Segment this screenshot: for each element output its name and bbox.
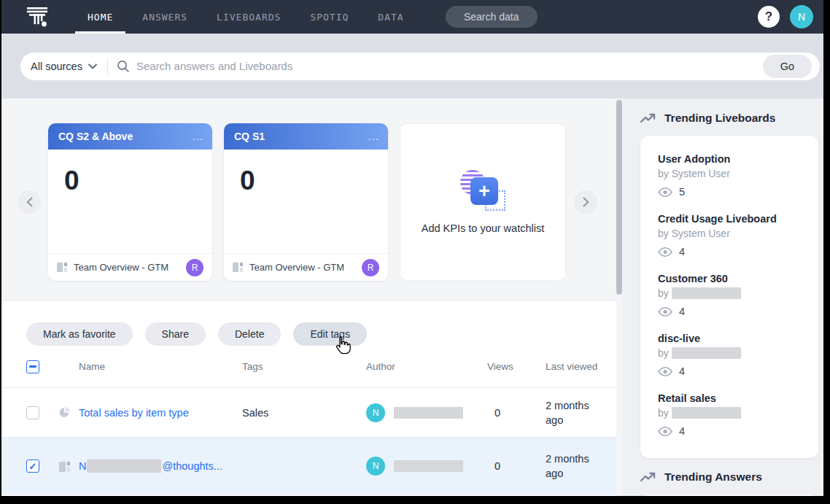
- item-last-viewed: 2 months ago: [546, 451, 597, 481]
- row-checkbox-checked[interactable]: ✓: [26, 460, 39, 473]
- delete-button[interactable]: Delete: [218, 322, 281, 346]
- kpi-cards-row: CQ S2 & Above ... 0 Team Overview - GTM …: [48, 123, 566, 281]
- items-list-section: Mark as favorite Share Delete Edit tags …: [1, 301, 616, 496]
- trending-item-views: 5: [658, 186, 818, 198]
- eye-icon: [658, 247, 672, 257]
- kpi-value: 0: [48, 150, 212, 253]
- carousel-prev-button[interactable]: [18, 190, 41, 214]
- kpi-card-menu-icon[interactable]: ...: [192, 134, 203, 139]
- nav-tab-data[interactable]: DATA: [365, 0, 416, 34]
- trending-item-views: 4: [658, 425, 818, 437]
- column-header-name[interactable]: Name: [79, 361, 242, 372]
- search-input-wrap: [108, 60, 763, 73]
- trending-liveboards-header: Trending Liveboards: [640, 112, 823, 125]
- trending-item: Customer 360 by 4: [658, 273, 818, 317]
- table-row[interactable]: ✓ N @thoughts... N 0 2 months ago: [1, 438, 616, 495]
- kpi-card-cq-s1[interactable]: CQ S1 ... 0 Team Overview - GTM R: [224, 123, 388, 281]
- owner-avatar[interactable]: R: [362, 259, 379, 276]
- select-all-checkbox[interactable]: [26, 360, 39, 373]
- column-header-tags[interactable]: Tags: [242, 361, 366, 372]
- trending-item-author: by: [658, 347, 818, 359]
- indeterminate-dash: [29, 365, 36, 368]
- edit-tags-button[interactable]: Edit tags: [293, 322, 366, 346]
- item-name-link[interactable]: N @thoughts...: [79, 460, 242, 473]
- trending-item-name[interactable]: disc-live: [658, 333, 818, 344]
- trending-item-author: by: [658, 407, 818, 419]
- plus-icon: +: [470, 177, 498, 205]
- redacted-name-segment: [87, 460, 161, 473]
- trending-icon: [640, 472, 656, 482]
- row-checkbox[interactable]: [26, 406, 39, 419]
- main-content: CQ S2 & Above ... 0 Team Overview - GTM …: [1, 98, 616, 496]
- owner-avatar[interactable]: R: [186, 259, 203, 276]
- trending-liveboards-title: Trending Liveboards: [664, 112, 775, 125]
- author-cell: N: [366, 403, 487, 422]
- column-header-last-viewed[interactable]: Last viewed: [546, 361, 616, 372]
- views-count: 4: [679, 425, 685, 437]
- carousel-next-button[interactable]: [574, 190, 597, 214]
- help-icon[interactable]: ?: [758, 6, 780, 28]
- views-count: 5: [679, 186, 685, 198]
- author-avatar: N: [366, 457, 385, 476]
- nav-right-group: ? N: [758, 5, 813, 28]
- item-tags: Sales: [242, 407, 366, 419]
- nav-search-data-button[interactable]: Search data: [446, 6, 538, 28]
- table-header-row: Name Tags Author Views Last viewed: [1, 346, 616, 388]
- table-row[interactable]: Total sales by item type Sales N 0 2 mon…: [1, 388, 616, 438]
- share-button[interactable]: Share: [145, 322, 206, 346]
- column-header-views[interactable]: Views: [487, 361, 546, 372]
- item-views: 0: [487, 460, 546, 472]
- eye-icon: [658, 427, 672, 436]
- source-selector-dropdown[interactable]: All sources: [20, 61, 107, 72]
- trending-item-name[interactable]: Customer 360: [658, 273, 818, 284]
- trending-item-name[interactable]: Credit Usage Liveboard: [658, 213, 818, 225]
- trending-answers-title: Trending Answers: [664, 470, 762, 484]
- kpi-card-menu-icon[interactable]: ...: [368, 134, 379, 139]
- add-kpi-card[interactable]: + Add KPIs to your watchlist: [400, 123, 566, 281]
- item-name-link[interactable]: Total sales by item type: [79, 407, 242, 419]
- column-header-author[interactable]: Author: [366, 361, 487, 372]
- redacted-author-name: [672, 347, 741, 359]
- trending-liveboards-card: User Adoption by System User 5 Credit Us…: [640, 136, 818, 458]
- trending-item: Retail sales by 4: [658, 392, 818, 437]
- trending-item: disc-live by 4: [658, 333, 818, 377]
- source-selector-label: All sources: [31, 61, 82, 72]
- go-button[interactable]: Go: [763, 55, 812, 78]
- redacted-author-name: [394, 460, 463, 472]
- kpi-card-cq-s2[interactable]: CQ S2 & Above ... 0 Team Overview - GTM …: [48, 123, 212, 281]
- trending-item-views: 4: [658, 306, 818, 317]
- trending-item-views: 4: [658, 365, 818, 377]
- scrollbar-thumb[interactable]: [616, 100, 622, 295]
- vertical-scrollbar: [616, 98, 623, 496]
- kpi-value: 0: [224, 150, 388, 253]
- redacted-author-name: [672, 287, 741, 299]
- nav-tab-home[interactable]: HOME: [75, 0, 125, 34]
- liveboard-icon: [233, 262, 244, 273]
- thoughtspot-logo-icon[interactable]: [20, 0, 54, 34]
- views-count: 4: [679, 365, 685, 377]
- search-input[interactable]: [136, 60, 763, 72]
- nav-tab-liveboards[interactable]: LIVEBOARDS: [204, 0, 293, 34]
- mark-favorite-button[interactable]: Mark as favorite: [26, 322, 133, 346]
- app-window: HOME ANSWERS LIVEBOARDS SPOTIQ DATA Sear…: [1, 0, 823, 496]
- nav-tab-answers[interactable]: ANSWERS: [130, 0, 200, 34]
- trending-item-name[interactable]: User Adoption: [658, 153, 818, 165]
- chevron-right-icon: [583, 197, 589, 207]
- kpi-card-title: CQ S1: [234, 131, 265, 142]
- search-icon: [117, 60, 130, 73]
- add-kpi-icon: +: [460, 170, 505, 211]
- redacted-author-name: [394, 407, 463, 419]
- add-kpi-label: Add KPIs to your watchlist: [422, 222, 544, 234]
- kpi-watchlist-carousel: CQ S2 & Above ... 0 Team Overview - GTM …: [1, 98, 616, 301]
- liveboard-icon: [58, 460, 71, 473]
- search-bar: All sources Go: [20, 53, 820, 80]
- chevron-left-icon: [26, 197, 33, 207]
- trending-item-name[interactable]: Retail sales: [658, 392, 818, 404]
- screen: HOME ANSWERS LIVEBOARDS SPOTIQ DATA Sear…: [0, 0, 830, 504]
- eye-icon: [658, 187, 672, 197]
- nav-tab-spotiq[interactable]: SPOTIQ: [298, 0, 361, 34]
- user-avatar[interactable]: N: [790, 5, 813, 28]
- author-avatar: N: [366, 403, 385, 422]
- liveboard-icon: [57, 262, 68, 273]
- kpi-card-footer: Team Overview - GTM R: [224, 253, 388, 281]
